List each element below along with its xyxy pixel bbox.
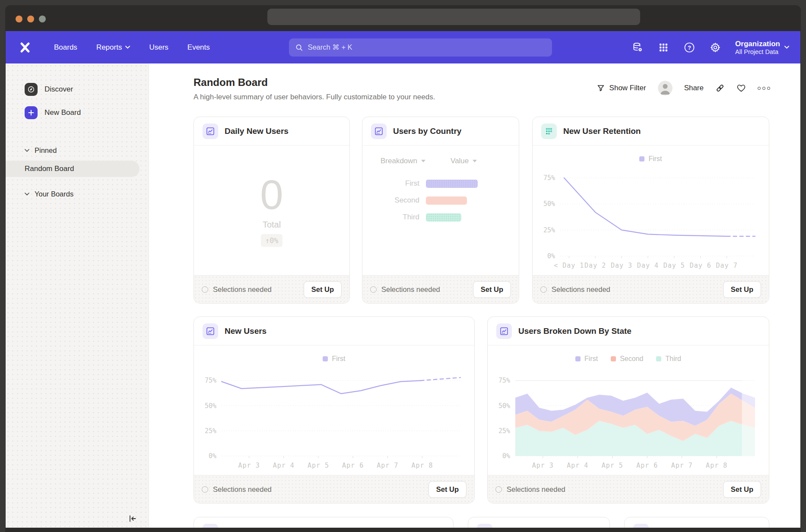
window-close-button[interactable] (16, 16, 22, 22)
nav-link-events[interactable]: Events (187, 43, 210, 52)
sidebar-item-new-board[interactable]: New Board (6, 102, 149, 123)
status-badge: Selections needed (202, 485, 272, 494)
card-users-by-country: Users by Country Breakdown Value (362, 117, 519, 304)
svg-text:0%: 0% (547, 252, 555, 260)
setup-button[interactable]: Set Up (723, 281, 761, 298)
nav-left: Boards Reports Users Events (19, 41, 210, 54)
insights-chart-icon (203, 124, 218, 139)
mixpanel-logo-icon[interactable] (19, 41, 32, 54)
nav-link-boards-label: Boards (54, 43, 77, 52)
insights-chart-icon (633, 524, 649, 528)
link-icon (715, 83, 725, 93)
legend-swatch-first (639, 156, 644, 162)
sidebar-section-your-boards[interactable]: Your Boards (6, 190, 149, 198)
browser-window: Boards Reports Users Events (5, 5, 801, 532)
nav-link-events-label: Events (187, 43, 210, 52)
data-management-icon[interactable] (631, 41, 644, 54)
sidebar-section-label: Pinned (35, 146, 57, 155)
status-badge: Selections needed (202, 285, 272, 294)
sidebar: Discover New Board Pinned Random Board (6, 63, 149, 528)
retention-grid-icon (541, 124, 557, 139)
window-minimize-button[interactable] (27, 16, 34, 22)
organization-name: Organization (735, 39, 780, 48)
window-titlebar (5, 5, 801, 31)
sidebar-section-pinned[interactable]: Pinned (6, 146, 149, 155)
nav-search-area (210, 38, 631, 57)
nav-link-users[interactable]: Users (149, 43, 168, 52)
help-icon[interactable]: ? (683, 41, 695, 54)
avatar[interactable] (658, 81, 673, 95)
insights-chart-icon (496, 323, 512, 339)
sidebar-item-discover[interactable]: Discover (6, 79, 149, 100)
top-navbar: Boards Reports Users Events (6, 31, 800, 63)
svg-text:Apr 7: Apr 7 (377, 462, 398, 469)
metric-delta-badge: ↑0% (261, 234, 283, 247)
nav-right: ? Organization All Project Data (631, 39, 789, 55)
legend-label: First (648, 155, 662, 163)
bar-row: Second (362, 196, 519, 205)
setup-button[interactable]: Set Up (723, 481, 761, 498)
card-new-user-retention: New User Retention First 75%50%25%0%< Da… (532, 117, 769, 304)
svg-text:50%: 50% (205, 402, 216, 410)
setup-button[interactable]: Set Up (304, 281, 342, 298)
svg-text:Apr 6: Apr 6 (636, 462, 658, 469)
apps-grid-icon[interactable] (657, 41, 670, 54)
chevron-down-icon (25, 149, 29, 152)
chevron-down-icon (25, 193, 29, 196)
settings-gear-icon[interactable] (709, 41, 721, 54)
svg-text:Day 5: Day 5 (663, 262, 685, 269)
dropdown-arrow-icon (421, 160, 425, 162)
page-title: Random Board (194, 76, 268, 89)
sidebar-collapse-button[interactable] (127, 513, 138, 524)
chart-legend: First (194, 355, 474, 363)
svg-text:25%: 25% (543, 226, 555, 234)
svg-text:< Day 1: < Day 1 (554, 262, 584, 269)
legend-label: First (584, 355, 598, 363)
svg-text:Day 7: Day 7 (716, 262, 738, 269)
country-bars: First Second Third (362, 179, 519, 230)
status-circle-icon (540, 286, 547, 293)
search-input[interactable] (308, 43, 546, 51)
svg-text:75%: 75% (543, 174, 555, 182)
chevron-down-icon (125, 46, 130, 49)
window-controls (16, 16, 46, 22)
value-dropdown[interactable]: Value (451, 157, 477, 165)
nav-link-boards[interactable]: Boards (54, 43, 77, 52)
share-button[interactable]: Share (684, 84, 704, 92)
value-label: Value (451, 157, 469, 165)
board-main: Random Board A high-level summary of use… (149, 63, 800, 528)
search-bar[interactable] (289, 38, 552, 57)
insights-chart-icon (477, 524, 492, 528)
setup-button[interactable]: Set Up (473, 281, 511, 298)
window-zoom-button[interactable] (39, 16, 46, 22)
svg-text:?: ? (688, 44, 691, 51)
chart-legend: First (533, 155, 769, 163)
discover-compass-icon (25, 83, 38, 96)
sidebar-item-label: Random Board (25, 165, 74, 173)
sidebar-item-random-board[interactable]: Random Board (6, 161, 140, 177)
status-circle-icon (370, 286, 377, 293)
address-bar[interactable] (267, 9, 640, 25)
show-filter-button[interactable]: Show Filter (597, 84, 646, 92)
svg-text:0%: 0% (502, 452, 510, 460)
plus-icon (25, 106, 38, 119)
dropdown-arrow-icon (473, 160, 477, 162)
setup-button[interactable]: Set Up (428, 481, 466, 498)
svg-text:Apr 7: Apr 7 (671, 462, 693, 469)
bar-row: Third (362, 213, 519, 222)
new-users-chart: 75%50%25%0%Apr 3Apr 4Apr 5Apr 6Apr 7Apr … (194, 364, 474, 475)
heart-icon (736, 83, 746, 93)
organization-switcher[interactable]: Organization All Project Data (735, 39, 789, 55)
breakdown-dropdown[interactable]: Breakdown (381, 157, 425, 165)
more-options-button[interactable] (758, 87, 770, 90)
copy-link-button[interactable] (715, 83, 725, 93)
board-actions: Show Filter Share (597, 81, 770, 95)
metric-label: Total (263, 220, 281, 230)
card-title: Stacked Line Graph (225, 527, 301, 528)
search-icon (295, 43, 303, 52)
favorite-button[interactable] (736, 83, 746, 93)
svg-text:Apr 8: Apr 8 (706, 462, 727, 469)
bar-second (426, 196, 467, 205)
svg-text:Apr 5: Apr 5 (308, 462, 329, 469)
nav-link-reports[interactable]: Reports (96, 43, 130, 52)
